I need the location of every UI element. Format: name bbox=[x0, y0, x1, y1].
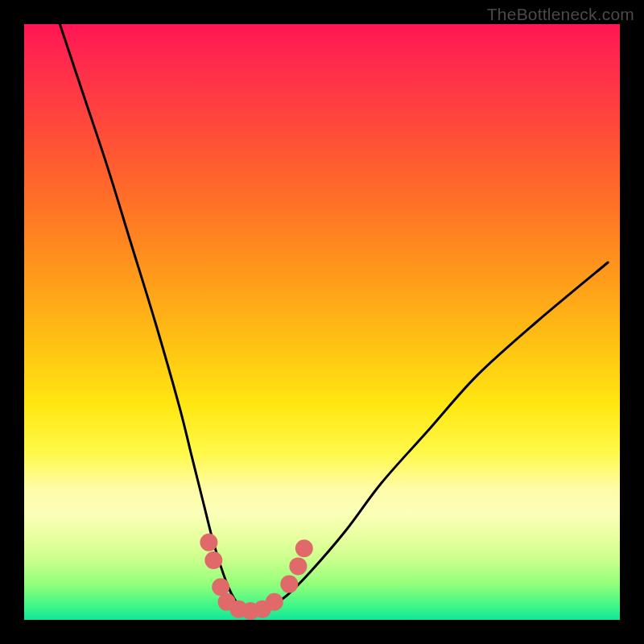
highlight-marker bbox=[295, 539, 313, 557]
highlight-marker bbox=[200, 534, 217, 551]
highlight-markers bbox=[200, 534, 312, 620]
highlight-marker bbox=[266, 593, 283, 611]
curve-svg bbox=[24, 24, 620, 620]
chart-frame: TheBottleneck.com bbox=[0, 0, 644, 644]
watermark-text: TheBottleneck.com bbox=[487, 5, 634, 24]
highlight-marker bbox=[289, 557, 307, 575]
highlight-marker bbox=[204, 551, 222, 569]
plot-area bbox=[24, 24, 620, 620]
bottleneck-curve bbox=[60, 24, 608, 612]
highlight-marker bbox=[280, 576, 298, 593]
